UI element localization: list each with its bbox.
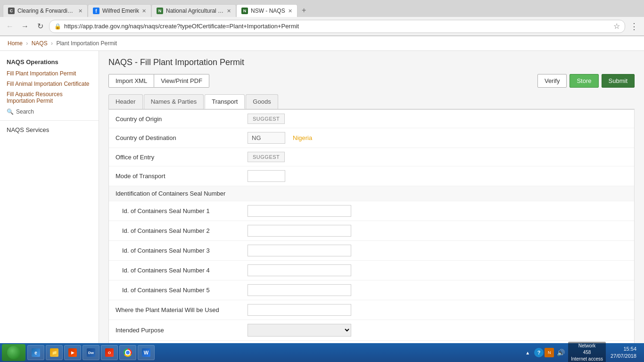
container-2-input[interactable] [248, 225, 351, 237]
sidebar-item-aquatic[interactable]: Fill Aquatic Resources Importation Permi… [0, 89, 99, 106]
address-bar[interactable]: 🔒 https://app.trade.gov.ng/naqs/naqs/cre… [49, 20, 625, 33]
container-row-2: Id. of Containers Seal Number 2 [109, 221, 634, 241]
taskbar-app-word[interactable]: W [138, 345, 155, 360]
breadcrumb: Home › NAQS › Plant Importation Permit [0, 36, 644, 51]
tray-up-arrow[interactable]: ▲ [522, 347, 533, 358]
import-xml-button[interactable]: Import XML [108, 74, 154, 88]
country-origin-input-cell: SUGGEST [241, 110, 634, 128]
breadcrumb-naqs[interactable]: NAQS [32, 40, 48, 47]
form-row-office-entry: Office of Entry SUGGEST [109, 148, 634, 166]
country-dest-code-input[interactable] [248, 132, 285, 144]
taskbar-app-ie[interactable]: e [27, 345, 44, 360]
sidebar-item-plant[interactable]: Fill Plant Importation Permit [0, 68, 99, 79]
taskbar-app-media[interactable]: ▶ [64, 345, 81, 360]
tab-close-3[interactable]: ✕ [227, 8, 231, 14]
tab-transport[interactable]: Transport [205, 94, 245, 109]
search-icon: 🔍 [7, 108, 14, 115]
browser-tab-1[interactable]: C Clearing & Forwarding | ✕ [3, 4, 88, 17]
explorer-icon: 📁 [50, 348, 58, 357]
page-title: NAQS - Fill Plant Importation Permit [108, 58, 635, 67]
container-1-input[interactable] [248, 205, 351, 217]
country-origin-label: Country of Origin [109, 110, 241, 128]
tab-favicon-3: N [157, 8, 163, 14]
clock-date: 27/07/2018 [611, 353, 636, 360]
container-3-input[interactable] [248, 245, 351, 256]
network-label: Network [571, 343, 603, 349]
plant-material-input[interactable] [248, 304, 351, 316]
container-row-4: Id. of Containers Seal Number 4 [109, 261, 634, 280]
browser-menu-button[interactable]: ⋮ [628, 21, 640, 32]
country-dest-name: Nigeria [293, 134, 312, 141]
clock-time: 15:54 [611, 346, 636, 353]
sidebar-item-animal[interactable]: Fill Animal Importation Certificate [0, 79, 99, 89]
taskbar-app-explorer[interactable]: 📁 [46, 345, 63, 360]
word-icon: W [142, 348, 150, 357]
taskbar-clock[interactable]: 15:54 27/07/2018 [608, 346, 639, 360]
refresh-button[interactable]: ↻ [34, 20, 46, 33]
browser-tab-4[interactable]: N NSW - NAQS ✕ [236, 4, 297, 17]
breadcrumb-current: Plant Importation Permit [56, 40, 117, 47]
container-2-label: Id. of Containers Seal Number 2 [109, 221, 241, 241]
country-dest-row: Nigeria [248, 132, 627, 144]
forward-button[interactable]: → [19, 20, 31, 33]
container-row-3: Id. of Containers Seal Number 3 [109, 241, 634, 261]
form-row-plant-material: Where the Plant Material Will be Used [109, 300, 634, 320]
breadcrumb-home[interactable]: Home [8, 40, 23, 47]
container-2-input-cell [241, 221, 634, 241]
back-button[interactable]: ← [4, 20, 16, 33]
plant-material-label: Where the Plant Material Will be Used [109, 300, 241, 320]
bookmark-star-icon[interactable]: ☆ [613, 22, 620, 31]
view-print-button[interactable]: View/Print PDF [154, 74, 209, 88]
tab-names-parties[interactable]: Names & Parties [144, 94, 204, 109]
address-text: https://app.trade.gov.ng/naqs/naqs/creat… [64, 23, 611, 30]
dw-icon: Dw [87, 348, 95, 357]
start-button[interactable] [2, 344, 25, 361]
store-button[interactable]: Store [570, 74, 598, 88]
tab-close-2[interactable]: ✕ [142, 8, 146, 14]
tray-orange-icon[interactable]: N [545, 348, 554, 357]
country-origin-suggest-button[interactable]: SUGGEST [248, 114, 285, 124]
container-3-input-cell [241, 241, 634, 261]
network-badge[interactable]: Network 458 Internet access [568, 342, 606, 362]
tab-favicon-4: N [241, 8, 248, 14]
sidebar-operations-title: NAQS Operations [0, 56, 99, 68]
form-row-country-origin: Country of Origin SUGGEST [109, 110, 634, 128]
browser-tab-3[interactable]: N National Agricultural See... ✕ [151, 4, 236, 17]
tab-close-1[interactable]: ✕ [78, 8, 83, 14]
tab-close-4[interactable]: ✕ [288, 8, 292, 14]
taskbar-app-dw[interactable]: Dw [83, 345, 99, 360]
tab-title-1: Clearing & Forwarding | [17, 8, 75, 14]
form-row-transport: Mode of Transport [109, 166, 634, 186]
ie-icon: e [32, 348, 40, 357]
taskbar-app-office[interactable]: O [101, 345, 118, 360]
sidebar-services-label: NAQS Services [0, 123, 99, 136]
submit-button[interactable]: Submit [602, 74, 635, 88]
intended-purpose-select[interactable] [248, 324, 351, 337]
network-value: 458 [571, 349, 603, 356]
transport-mode-label: Mode of Transport [109, 166, 241, 186]
verify-button[interactable]: Verify [537, 74, 567, 88]
tab-favicon-1: C [8, 8, 15, 14]
containers-section-label: Identification of Containers Seal Number [109, 186, 634, 201]
sidebar-divider [0, 120, 99, 121]
tab-header[interactable]: Header [108, 94, 143, 109]
sidebar-search[interactable]: 🔍 Search [0, 106, 99, 117]
browser-tab-2[interactable]: f Wilfred Emerik ✕ [88, 4, 151, 17]
new-tab-button[interactable]: + [297, 4, 311, 17]
container-3-label: Id. of Containers Seal Number 3 [109, 241, 241, 261]
country-dest-label: Country of Destination [109, 128, 241, 148]
office-icon: O [105, 348, 114, 357]
breadcrumb-sep-1: › [26, 40, 29, 47]
country-dest-input-cell: Nigeria [241, 128, 634, 148]
container-4-input[interactable] [248, 264, 351, 276]
transport-mode-input[interactable] [248, 170, 285, 182]
intended-purpose-input-cell [241, 320, 634, 341]
system-tray: ▲ ? N 🔊 [522, 347, 566, 358]
tray-speaker-icon[interactable]: 🔊 [555, 347, 566, 358]
tray-help-icon[interactable]: ? [534, 348, 544, 357]
taskbar-app-chrome[interactable] [119, 345, 136, 360]
container-5-input[interactable] [248, 284, 351, 296]
tab-goods[interactable]: Goods [246, 94, 278, 109]
office-entry-input-cell: SUGGEST [241, 148, 634, 166]
office-entry-suggest-button[interactable]: SUGGEST [248, 152, 285, 162]
